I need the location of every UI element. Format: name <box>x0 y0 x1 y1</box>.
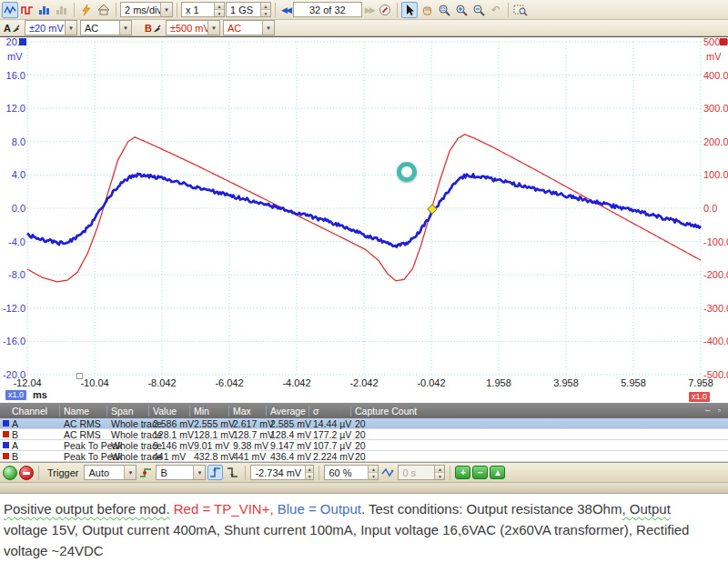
marquee-zoom-icon[interactable] <box>512 2 529 18</box>
buffer-position-field[interactable]: 32 of 32 <box>293 2 362 17</box>
measurements-header: – ▫ ChannelNameSpanValueMinMaxAverageσCa… <box>0 404 728 418</box>
cell: 2.617 mV <box>233 418 274 429</box>
spin-up-icon: ▲ <box>435 466 444 473</box>
stop-capture-button[interactable] <box>19 466 34 480</box>
axis-tick: -4.0 <box>0 236 25 247</box>
cell: 441 mV <box>153 451 186 462</box>
zoom-factor-value: x 1 <box>182 3 214 16</box>
chevron-down-icon[interactable]: ▼ <box>160 3 172 16</box>
chevron-down-icon[interactable]: ▼ <box>119 21 131 35</box>
chevron-down-icon[interactable]: ▼ <box>207 21 219 35</box>
remove-measurement-button[interactable]: − <box>472 466 488 479</box>
panel-window-buttons[interactable]: – ▫ <box>705 406 723 415</box>
advanced-trigger-icon[interactable] <box>138 465 154 480</box>
axis-tick: -400.0 <box>703 336 728 346</box>
spin-down-icon[interactable]: ▼ <box>261 10 270 16</box>
chevron-down-icon[interactable]: ▼ <box>193 466 205 479</box>
column-header[interactable]: Max <box>233 406 251 416</box>
trigger-source-select[interactable]: B ▼ <box>156 465 206 480</box>
samples-value: 1 GS <box>227 3 260 16</box>
channel-a-axis-handle[interactable] <box>19 38 26 45</box>
histogram-view-icon[interactable] <box>36 2 53 18</box>
rapid-trigger-icon[interactable] <box>380 465 396 480</box>
waveform-plot[interactable]: 20.016.012.08.04.00.0-4.0-8.0-12.0-16.0-… <box>0 36 728 403</box>
trigger-level-spinner[interactable]: -2.734 mV ▲▼ <box>250 465 314 480</box>
spin-up-icon[interactable]: ▲ <box>261 3 270 10</box>
chevron-down-icon[interactable]: ▼ <box>262 21 274 35</box>
zoom-factor-spinner[interactable]: x 1 ▲▼ <box>181 2 225 17</box>
probe-wizard-icon[interactable] <box>78 2 95 18</box>
trigger-level-value: -2.734 mV <box>251 466 305 479</box>
column-header[interactable]: Average <box>270 406 306 416</box>
channel-a-range-select[interactable]: ±20 mV ▼ <box>25 20 77 35</box>
pre-trigger-value: 60 % <box>325 466 368 479</box>
spin-down-icon[interactable]: ▼ <box>306 473 313 479</box>
timebase-value: 2 ms/div <box>121 5 160 15</box>
add-measurement-button[interactable]: + <box>455 466 470 479</box>
column-header[interactable]: Min <box>194 406 209 416</box>
spin-down-icon[interactable]: ▼ <box>215 10 224 16</box>
channel-b-coupling-select[interactable]: AC ▼ <box>223 20 275 35</box>
scope-view-icon[interactable] <box>2 2 18 18</box>
zoom-in-tool-icon[interactable] <box>453 2 470 18</box>
spin-up-icon[interactable]: ▲ <box>215 3 224 10</box>
timebase-select[interactable]: 2 ms/div ▼ <box>120 2 173 17</box>
measurement-row[interactable]: APeak To PeakWhole trace9.146 mV9.01 mV9… <box>0 440 728 451</box>
axis-tick: 400.0 <box>703 70 728 81</box>
cell: 128.7 mV <box>233 429 274 440</box>
select-tool-icon[interactable] <box>401 2 418 18</box>
measurement-row[interactable]: AAC RMSWhole trace2.586 mV2.555 mV2.617 … <box>0 418 728 429</box>
column-header[interactable]: σ <box>313 406 318 416</box>
trigger-mode-select[interactable]: Auto ▼ <box>84 465 136 480</box>
time-ruler-handle[interactable] <box>76 373 83 379</box>
measurement-row[interactable]: BAC RMSWhole trace128.1 mV128.1 mV128.7 … <box>0 429 728 440</box>
column-header[interactable]: Name <box>64 406 89 416</box>
column-header[interactable]: Span <box>111 406 134 416</box>
column-header[interactable]: Channel <box>12 406 47 416</box>
axis-tick: -100.0 <box>703 236 728 247</box>
home-icon[interactable] <box>96 2 112 18</box>
samples-spinner[interactable]: 1 GS ▲▼ <box>226 2 271 17</box>
spectrum-view-icon[interactable] <box>19 2 35 18</box>
axis-tick: -6.042 <box>209 377 249 388</box>
axis-tick: -12.0 <box>0 303 25 314</box>
zoom-out-tool-icon[interactable] <box>470 2 487 18</box>
cell: 20 <box>355 451 366 462</box>
column-header[interactable]: Value <box>153 406 177 416</box>
cell-channel: A <box>12 418 18 429</box>
channel-b-axis-handle[interactable] <box>720 38 727 45</box>
rising-edge-icon[interactable] <box>207 465 223 480</box>
cell: 2.555 mV <box>194 418 235 429</box>
cell: 441 mV <box>233 451 266 462</box>
hand-tool-icon[interactable] <box>419 2 435 18</box>
buffer-position-value: 32 of 32 <box>309 5 346 15</box>
axis-tick: -200.0 <box>703 269 728 280</box>
spin-up-icon[interactable]: ▲ <box>306 466 313 473</box>
axis-tick: -16.0 <box>0 336 25 346</box>
window-zoom-tool-icon[interactable] <box>436 2 452 18</box>
caption-line: Positive output before mod. Red = TP_VIN… <box>4 498 724 519</box>
cell: 9.146 mV <box>153 440 194 451</box>
buffer-navigator-icon[interactable] <box>377 2 393 18</box>
cell-channel: B <box>12 429 18 440</box>
column-header[interactable]: Capture Count <box>355 406 417 416</box>
measurements-panel: – ▫ ChannelNameSpanValueMinMaxAverageσCa… <box>0 403 728 462</box>
chevron-down-icon[interactable]: ▼ <box>124 466 136 479</box>
cell: 9.38 mV <box>233 440 268 451</box>
spin-up-icon[interactable]: ▲ <box>369 466 378 473</box>
trigger-label: Trigger <box>44 467 82 478</box>
prev-buffer-icon[interactable]: ◀◀ <box>279 5 292 15</box>
picoscope-window: 2 ms/div ▼ x 1 ▲▼ 1 GS ▲▼ ◀◀ 32 of 32 ▶▶ <box>0 0 728 562</box>
waveform-canvas <box>0 37 728 404</box>
start-capture-button[interactable] <box>3 466 17 480</box>
axis-tick: -4.042 <box>277 377 317 388</box>
measurement-row[interactable]: BPeak To PeakWhole trace441 mV432.8 mV44… <box>0 451 728 462</box>
spin-down-icon[interactable]: ▼ <box>369 473 378 479</box>
channel-b-range-select[interactable]: ±500 mV ▼ <box>166 20 220 35</box>
cell-channel: A <box>12 440 18 451</box>
falling-edge-icon[interactable] <box>225 465 240 480</box>
channel-a-coupling-select[interactable]: AC ▼ <box>80 20 132 35</box>
chevron-down-icon[interactable]: ▼ <box>65 21 76 35</box>
pre-trigger-spinner[interactable]: 60 % ▲▼ <box>324 465 379 480</box>
edit-measurement-button[interactable]: ▲ <box>490 466 505 479</box>
